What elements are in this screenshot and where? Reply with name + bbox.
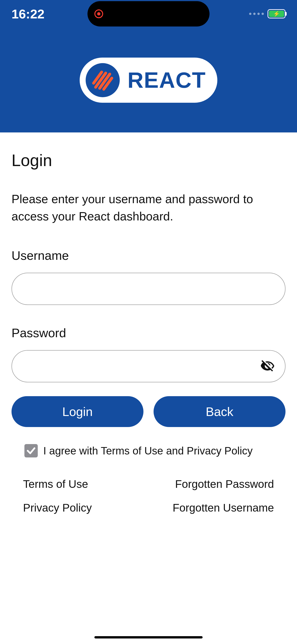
password-field-wrap[interactable] xyxy=(12,350,286,382)
username-field-wrap[interactable] xyxy=(12,273,286,305)
signal-dots-icon xyxy=(249,13,264,15)
home-indicator xyxy=(94,636,202,638)
privacy-policy-link[interactable]: Privacy Policy xyxy=(23,502,92,514)
brand-mark-icon xyxy=(86,63,120,97)
back-button[interactable]: Back xyxy=(154,396,286,427)
forgotten-password-link[interactable]: Forgotten Password xyxy=(173,478,274,490)
forgotten-username-link[interactable]: Forgotten Username xyxy=(173,502,274,514)
dynamic-island xyxy=(88,1,210,26)
agree-text: I agree with Terms of Use and Privacy Po… xyxy=(43,444,252,457)
status-right: ⚡ xyxy=(249,9,286,18)
password-label: Password xyxy=(12,326,286,340)
login-screen: Login Please enter your username and pas… xyxy=(0,132,297,514)
agree-checkbox[interactable] xyxy=(24,444,38,458)
links-row: Terms of Use Privacy Policy Forgotten Pa… xyxy=(12,478,286,514)
links-left: Terms of Use Privacy Policy xyxy=(23,478,92,514)
toggle-password-visibility-icon[interactable] xyxy=(259,358,276,374)
page-title: Login xyxy=(12,151,286,170)
battery-icon: ⚡ xyxy=(268,9,286,18)
password-input[interactable] xyxy=(21,350,259,382)
charging-bolt-icon: ⚡ xyxy=(273,11,280,16)
page-description: Please enter your username and password … xyxy=(12,190,286,225)
action-row: Login Back xyxy=(12,396,286,427)
recording-indicator-icon xyxy=(94,10,103,18)
agree-row: I agree with Terms of Use and Privacy Po… xyxy=(12,444,286,458)
brand-logo: REACT xyxy=(80,58,218,103)
login-button[interactable]: Login xyxy=(12,396,144,427)
username-label: Username xyxy=(12,248,286,262)
links-right: Forgotten Password Forgotten Username xyxy=(173,478,274,514)
app-header: REACT xyxy=(0,28,297,132)
status-bar: 16:22 ⚡ xyxy=(0,0,297,28)
status-time: 16:22 xyxy=(12,6,44,22)
terms-of-use-link[interactable]: Terms of Use xyxy=(23,478,92,490)
brand-name: REACT xyxy=(128,68,206,93)
username-input[interactable] xyxy=(21,273,276,304)
